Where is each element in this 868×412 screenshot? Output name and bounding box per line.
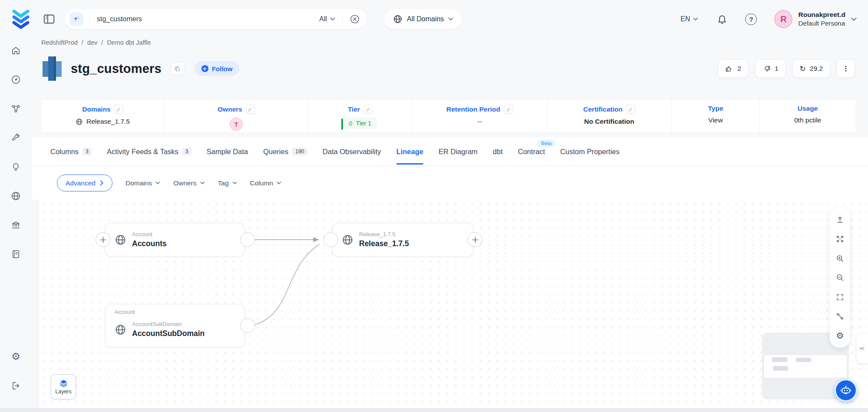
lineage-panel-tab[interactable] bbox=[857, 333, 868, 363]
tab-lineage[interactable]: Lineage bbox=[396, 137, 423, 166]
lineage-mini-icon bbox=[859, 345, 866, 352]
graph-toolbar: ⚙ bbox=[830, 208, 850, 348]
more-actions-button[interactable] bbox=[837, 59, 855, 78]
port-accounts-right[interactable] bbox=[240, 232, 255, 247]
robot-icon bbox=[840, 384, 852, 396]
assets-compass-icon[interactable] bbox=[7, 71, 25, 88]
domains-label[interactable]: Domains bbox=[82, 105, 110, 113]
tab-label: Sample Data bbox=[207, 148, 248, 156]
zoom-out-icon[interactable] bbox=[834, 271, 847, 284]
help-icon[interactable]: ? bbox=[745, 13, 757, 25]
edit-tier-icon[interactable] bbox=[363, 105, 373, 114]
edit-retention-icon[interactable] bbox=[504, 105, 513, 114]
tab-contract[interactable]: ContractBeta bbox=[518, 137, 545, 166]
breadcrumb-connection[interactable]: RedshiftProd bbox=[41, 39, 78, 46]
globe-icon bbox=[115, 324, 126, 336]
tab-activity-feeds[interactable]: Activity Feeds & Tasks3 bbox=[107, 137, 191, 166]
atlan-logo-icon[interactable] bbox=[11, 9, 30, 30]
edit-certification-icon[interactable] bbox=[626, 105, 635, 114]
search-bar[interactable]: stg_customers All bbox=[65, 9, 367, 29]
edit-domains-icon[interactable] bbox=[114, 105, 123, 114]
web-globe-icon[interactable] bbox=[7, 187, 25, 204]
globe-icon bbox=[393, 14, 403, 24]
language-selector[interactable]: EN bbox=[680, 15, 698, 23]
tab-label: Lineage bbox=[396, 148, 423, 156]
certification-label[interactable]: Certification bbox=[583, 105, 622, 113]
clear-search-icon[interactable] bbox=[350, 14, 360, 24]
lineage-node-accountsubdomain[interactable]: Account AccountSubDomain AccountSubDomai… bbox=[105, 304, 245, 348]
retention-label[interactable]: Retention Period bbox=[446, 105, 500, 113]
all-domains-filter[interactable]: All Domains bbox=[384, 9, 462, 29]
tab-queries[interactable]: Queries190 bbox=[263, 137, 307, 166]
tab-sample-data[interactable]: Sample Data bbox=[207, 137, 248, 166]
layers-icon bbox=[59, 379, 68, 387]
advanced-label: Advanced bbox=[66, 179, 96, 187]
breadcrumb-separator: / bbox=[101, 39, 103, 46]
tab-columns[interactable]: Columns3 bbox=[50, 137, 92, 166]
fullscreen-icon[interactable] bbox=[834, 290, 847, 303]
asset-header: stg_customers Follow 2 1 bbox=[41, 52, 855, 85]
filter-domains-dropdown[interactable]: Domains bbox=[125, 179, 160, 187]
logout-icon[interactable] bbox=[7, 377, 25, 394]
breadcrumb-database[interactable]: dev bbox=[87, 39, 97, 46]
lineage-canvas[interactable]: Account Accounts Release_1.7.5 Release_1… bbox=[39, 200, 868, 408]
notifications-bell-icon[interactable] bbox=[716, 13, 728, 25]
tab-label: ER Diagram bbox=[439, 148, 478, 156]
node-type-label: Account bbox=[132, 231, 167, 238]
node-title: AccountSubDomain bbox=[132, 329, 205, 339]
layers-button[interactable]: Layers bbox=[51, 374, 76, 399]
search-scope-dropdown[interactable]: All bbox=[319, 15, 335, 23]
tab-custom-properties[interactable]: Custom Properties bbox=[560, 137, 620, 166]
glossary-book-icon[interactable] bbox=[7, 245, 25, 263]
products-graph-icon[interactable] bbox=[7, 100, 25, 117]
filter-tag-dropdown[interactable]: Tag bbox=[218, 179, 237, 187]
filter-column-dropdown[interactable]: Column bbox=[250, 179, 281, 187]
filter-owners-dropdown[interactable]: Owners bbox=[173, 179, 205, 187]
tab-er-diagram[interactable]: ER Diagram bbox=[439, 137, 478, 166]
usage-label: Usage bbox=[798, 105, 818, 112]
port-release-left[interactable] bbox=[323, 232, 338, 247]
expand-downstream-release-button[interactable] bbox=[468, 232, 482, 247]
tab-dbt[interactable]: dbt bbox=[493, 137, 503, 166]
search-input[interactable]: stg_customers bbox=[97, 15, 319, 23]
tab-data-observability[interactable]: Data Observability bbox=[323, 137, 381, 166]
domains-value[interactable]: Release_1.7.5 bbox=[86, 118, 130, 125]
user-menu[interactable]: R Rounakpreet.d Default Persona bbox=[774, 10, 857, 28]
breadcrumb-schema[interactable]: Demo dbt Jaffle bbox=[107, 39, 151, 46]
freshness-button[interactable]: ↻ 29.2 bbox=[792, 59, 830, 78]
advanced-filter-button[interactable]: Advanced bbox=[57, 175, 112, 191]
breadcrumb: RedshiftProd / dev / Demo dbt Jaffle bbox=[41, 39, 151, 46]
meta-type: Type View bbox=[672, 100, 760, 132]
zoom-in-icon[interactable] bbox=[834, 252, 847, 265]
owners-label[interactable]: Owners bbox=[218, 105, 242, 113]
copy-link-icon[interactable] bbox=[171, 62, 184, 75]
user-avatar: R bbox=[774, 10, 792, 28]
metadata-bar: Domains Release_1.7.5 Owners T bbox=[41, 100, 855, 132]
fit-view-icon[interactable] bbox=[834, 233, 847, 246]
edit-owners-icon[interactable] bbox=[246, 105, 255, 114]
settings-gear-icon[interactable]: ⚙ bbox=[7, 348, 25, 365]
tier-badge[interactable]: Tier 1 bbox=[344, 118, 376, 129]
minimap-node bbox=[772, 357, 787, 362]
route-layout-icon[interactable] bbox=[834, 310, 847, 323]
downvote-button[interactable]: 1 bbox=[755, 59, 786, 78]
home-icon[interactable] bbox=[7, 42, 25, 59]
upvote-button[interactable]: 2 bbox=[718, 59, 749, 78]
chatbot-button[interactable] bbox=[835, 379, 857, 402]
follow-button[interactable]: Follow bbox=[195, 61, 240, 76]
lineage-node-accounts[interactable]: Account Accounts bbox=[105, 223, 245, 257]
node-type-label: Release_1.7.5 bbox=[359, 231, 409, 238]
governance-bank-icon[interactable] bbox=[7, 216, 25, 234]
graph-settings-gear-icon[interactable]: ⚙ bbox=[834, 329, 847, 342]
minimap-node bbox=[773, 366, 788, 371]
filter-label: Domains bbox=[125, 179, 152, 187]
expand-upstream-accounts-button[interactable] bbox=[96, 232, 110, 247]
sidebar-toggle-icon[interactable] bbox=[43, 13, 56, 26]
insights-bulb-icon[interactable] bbox=[7, 158, 25, 175]
port-accountsubdomain-right[interactable] bbox=[240, 318, 255, 333]
tier-label[interactable]: Tier bbox=[348, 105, 360, 113]
export-icon[interactable] bbox=[834, 213, 847, 226]
lineage-node-release[interactable]: Release_1.7.5 Release_1.7.5 bbox=[332, 223, 473, 257]
workflows-wrench-icon[interactable] bbox=[7, 129, 25, 146]
owner-avatar[interactable]: T bbox=[230, 118, 243, 131]
